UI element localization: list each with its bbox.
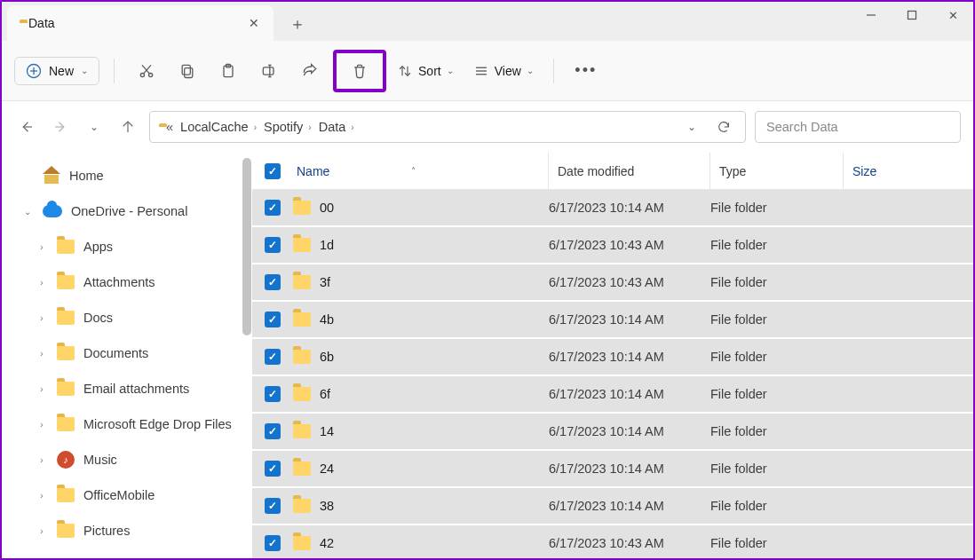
- sidebar-item[interactable]: Home: [2, 158, 251, 193]
- sidebar-item[interactable]: ›OfficeMobile: [2, 477, 251, 513]
- expand-toggle[interactable]: ›: [36, 491, 48, 501]
- table-row[interactable]: 4b6/17/2023 10:14 AMFile folder: [252, 302, 973, 337]
- select-all-checkbox[interactable]: [252, 153, 293, 189]
- up-button[interactable]: [115, 114, 140, 139]
- recent-locations[interactable]: ⌄: [82, 114, 107, 139]
- expand-toggle[interactable]: ›: [36, 313, 48, 323]
- navigation-pane[interactable]: Home⌄OneDrive - Personal›Apps›Attachment…: [2, 153, 252, 558]
- expand-toggle[interactable]: ›: [36, 349, 48, 359]
- table-row[interactable]: 3f6/17/2023 10:43 AMFile folder: [252, 264, 973, 300]
- sidebar-item[interactable]: ›Docs: [2, 300, 251, 335]
- file-name: 3f: [320, 275, 330, 289]
- file-type: File folder: [710, 424, 844, 438]
- new-button[interactable]: New ⌄: [14, 57, 99, 85]
- rename-button[interactable]: [251, 53, 287, 89]
- breadcrumb-overflow[interactable]: «: [166, 120, 173, 134]
- table-row[interactable]: 6f6/17/2023 10:14 AMFile folder: [252, 376, 973, 412]
- column-date[interactable]: Date modified: [549, 153, 710, 189]
- sidebar-item[interactable]: ›Apps: [2, 229, 251, 264]
- view-button[interactable]: View ⌄: [473, 63, 534, 79]
- row-checkbox[interactable]: [252, 200, 293, 216]
- table-row[interactable]: 426/17/2023 10:43 AMFile folder: [252, 525, 973, 558]
- expand-toggle[interactable]: ›: [36, 455, 48, 465]
- sidebar-item[interactable]: ›♪Music: [2, 442, 251, 477]
- table-row[interactable]: 246/17/2023 10:14 AMFile folder: [252, 451, 973, 486]
- search-input[interactable]: Search Data: [755, 111, 961, 143]
- row-checkbox[interactable]: [252, 312, 293, 327]
- expand-toggle[interactable]: ›: [36, 420, 48, 430]
- view-label: View: [495, 64, 521, 78]
- row-checkbox[interactable]: [252, 498, 293, 514]
- row-checkbox[interactable]: [252, 461, 293, 477]
- row-checkbox[interactable]: [252, 386, 293, 402]
- scrollbar-thumb[interactable]: [242, 158, 251, 335]
- breadcrumb-item[interactable]: Spotify›: [264, 120, 312, 134]
- forward-button[interactable]: [48, 114, 73, 139]
- paste-button[interactable]: [210, 53, 246, 89]
- column-headers: Name˄ Date modified Type Size: [252, 153, 973, 190]
- copy-button[interactable]: [170, 53, 205, 89]
- file-type: File folder: [710, 536, 844, 550]
- cloud-icon: [43, 205, 62, 217]
- file-date: 6/17/2023 10:14 AM: [549, 461, 710, 476]
- cut-button[interactable]: [129, 53, 164, 89]
- row-checkbox[interactable]: [252, 423, 293, 439]
- breadcrumb-item[interactable]: LocalCache›: [180, 120, 257, 134]
- back-button[interactable]: [14, 114, 39, 139]
- expand-toggle[interactable]: ›: [36, 526, 48, 536]
- share-button[interactable]: [292, 53, 328, 89]
- tab-close-icon[interactable]: ✕: [247, 16, 261, 30]
- file-date: 6/17/2023 10:43 AM: [549, 238, 710, 252]
- file-date: 6/17/2023 10:14 AM: [549, 201, 710, 215]
- column-name[interactable]: Name˄: [293, 153, 549, 189]
- folder-icon: [57, 382, 75, 396]
- table-row[interactable]: 1d6/17/2023 10:43 AMFile folder: [252, 227, 973, 263]
- sort-label: Sort: [418, 64, 441, 78]
- sidebar-item[interactable]: ›Microsoft Edge Drop Files: [2, 406, 251, 442]
- file-date: 6/17/2023 10:14 AM: [549, 424, 710, 438]
- new-tab-button[interactable]: ＋: [289, 16, 305, 32]
- toolbar-separator: [114, 59, 115, 83]
- expand-toggle[interactable]: ›: [36, 384, 48, 394]
- column-type[interactable]: Type: [710, 153, 844, 189]
- delete-button[interactable]: [337, 53, 383, 89]
- row-checkbox[interactable]: [252, 349, 293, 365]
- address-bar[interactable]: « LocalCache› Spotify› Data› ⌄: [149, 111, 746, 143]
- breadcrumb-item[interactable]: Data›: [319, 120, 354, 134]
- folder-icon: [293, 350, 311, 364]
- folder-icon: [57, 417, 75, 431]
- table-row[interactable]: 146/17/2023 10:14 AMFile folder: [252, 414, 973, 449]
- expand-toggle[interactable]: ⌄: [21, 207, 34, 217]
- row-checkbox[interactable]: [252, 237, 293, 253]
- folder-icon: [293, 424, 311, 438]
- row-checkbox[interactable]: [252, 535, 293, 551]
- file-type: File folder: [710, 201, 844, 215]
- window-maximize[interactable]: [892, 2, 932, 28]
- sidebar-item[interactable]: ›Documents: [2, 335, 251, 371]
- refresh-button[interactable]: [711, 114, 736, 139]
- row-checkbox[interactable]: [252, 274, 293, 290]
- more-button[interactable]: •••: [568, 53, 604, 89]
- breadcrumb-label: LocalCache: [180, 120, 249, 134]
- window-close[interactable]: ✕: [932, 2, 973, 28]
- sidebar-item[interactable]: ⌄OneDrive - Personal: [2, 193, 251, 229]
- file-name: 42: [320, 536, 334, 550]
- sidebar-item[interactable]: ›Email attachments: [2, 371, 251, 406]
- sidebar-item[interactable]: ›Pictures: [2, 513, 251, 548]
- window-tab[interactable]: Data ✕: [7, 5, 273, 41]
- sidebar-item[interactable]: ›Attachments: [2, 264, 251, 300]
- svg-rect-9: [185, 67, 193, 77]
- table-row[interactable]: 006/17/2023 10:14 AMFile folder: [252, 190, 973, 225]
- table-row[interactable]: 386/17/2023 10:14 AMFile folder: [252, 488, 973, 524]
- table-row[interactable]: 6b6/17/2023 10:14 AMFile folder: [252, 339, 973, 375]
- sort-button[interactable]: Sort ⌄: [397, 63, 454, 79]
- address-dropdown[interactable]: ⌄: [679, 114, 704, 139]
- folder-icon: [57, 488, 75, 502]
- window-minimize[interactable]: [851, 2, 892, 28]
- sidebar-item-label: Apps: [83, 240, 113, 254]
- column-size[interactable]: Size: [844, 153, 966, 189]
- expand-toggle[interactable]: ›: [36, 278, 48, 288]
- expand-toggle[interactable]: ›: [36, 242, 48, 252]
- command-bar: New ⌄ Sort ⌄ View ⌄ •••: [2, 41, 973, 101]
- chevron-down-icon: ⌄: [81, 66, 88, 75]
